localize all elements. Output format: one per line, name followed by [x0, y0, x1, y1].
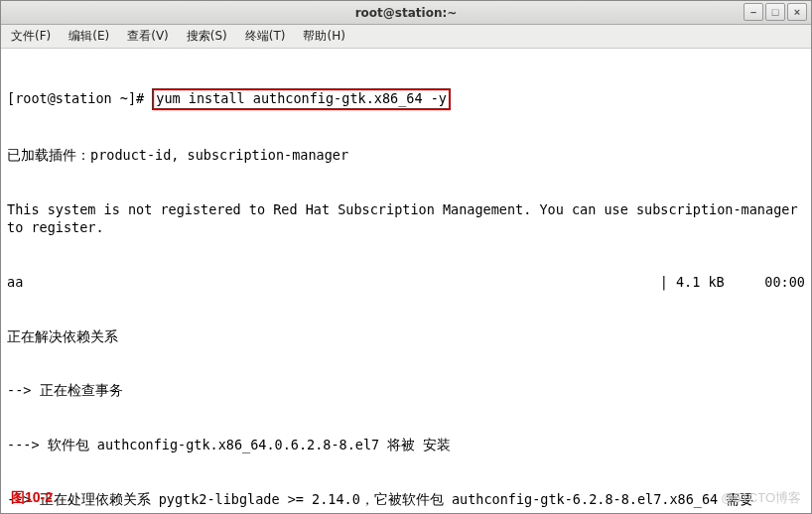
menu-view[interactable]: 查看(V): [123, 26, 173, 47]
close-button[interactable]: ×: [787, 3, 807, 21]
shell-prompt: [root@station ~]#: [7, 90, 152, 106]
command-highlight: yum install authconfig-gtk.x86_64 -y: [152, 88, 451, 110]
window-titlebar: root@station:~ – □ ×: [1, 1, 811, 25]
menu-file[interactable]: 文件(F): [7, 26, 55, 47]
maximize-button[interactable]: □: [765, 3, 785, 21]
output-not-registered: This system is not registered to Red Hat…: [7, 200, 805, 236]
output-repo-size: | 4.1 kB 00:00: [660, 273, 805, 291]
output-dependency: --> 正在处理依赖关系 pygtk2-libglade >= 2.14.0，它…: [7, 490, 805, 508]
output-plugins: 已加载插件：product-id, subscription-manager: [7, 146, 805, 164]
figure-label: 图10-2: [11, 489, 53, 507]
menu-search[interactable]: 搜索(S): [183, 26, 231, 47]
window-controls: – □ ×: [744, 3, 807, 21]
output-package: ---> 软件包 authconfig-gtk.x86_64.0.6.2.8-8…: [7, 436, 805, 453]
menubar: 文件(F) 编辑(E) 查看(V) 搜索(S) 终端(T) 帮助(H): [1, 25, 811, 49]
prompt-line: [root@station ~]# yum install authconfig…: [7, 88, 805, 110]
minimize-button[interactable]: –: [744, 3, 763, 21]
menu-edit[interactable]: 编辑(E): [65, 26, 113, 47]
output-resolving: 正在解决依赖关系: [7, 327, 805, 345]
menu-terminal[interactable]: 终端(T): [241, 26, 290, 47]
terminal-output[interactable]: [root@station ~]# yum install authconfig…: [1, 49, 811, 514]
menu-help[interactable]: 帮助(H): [299, 26, 348, 47]
output-check-trans: --> 正在检查事务: [7, 381, 805, 399]
watermark: @51CTO博客: [721, 489, 801, 507]
window-title: root@station:~: [355, 6, 458, 20]
output-repo-line: aa | 4.1 kB 00:00: [7, 273, 805, 291]
output-repo-name: aa: [7, 273, 23, 291]
